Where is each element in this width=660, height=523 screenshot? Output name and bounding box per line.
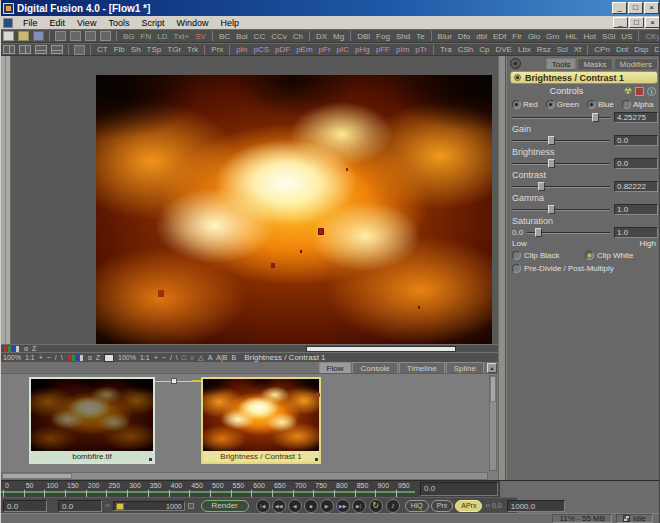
contrast-value[interactable]: 0.0 [614, 158, 658, 169]
flow-tab[interactable]: Spline [446, 362, 484, 373]
smooth-button[interactable]: ~ [160, 354, 168, 361]
node-handle[interactable] [149, 458, 152, 461]
brightness-value[interactable]: 0.0 [614, 135, 658, 146]
menu-item[interactable]: File [17, 18, 44, 28]
new-file-icon[interactable] [3, 31, 14, 41]
undo-icon[interactable] [85, 31, 96, 41]
tool-button[interactable]: Trk [184, 45, 201, 54]
tool-button[interactable]: CSh [455, 45, 477, 54]
tool-button[interactable]: pIC [334, 45, 352, 54]
tool-button[interactable]: Rsz [534, 45, 554, 54]
copy-icon[interactable] [70, 31, 81, 41]
blue-checkbox[interactable] [587, 100, 596, 109]
saturation-slider-handle[interactable] [548, 205, 555, 214]
tool-button[interactable]: Txt+ [170, 32, 192, 41]
grid-icon[interactable] [74, 45, 85, 55]
tool-button[interactable]: Te [413, 32, 427, 41]
brightness-slider[interactable] [512, 136, 610, 145]
tool-button[interactable]: pTr [412, 45, 430, 54]
flow-panel[interactable]: FlowConsoleTimelineSpline ▴ bombfire.tif… [1, 362, 498, 480]
scrollbar-thumb[interactable] [2, 473, 72, 479]
node-output-dot[interactable] [316, 393, 320, 397]
gamma-slider[interactable] [512, 182, 610, 191]
tool-button[interactable]: Fog [373, 32, 393, 41]
brightness-slider-handle[interactable] [548, 136, 555, 145]
node-thumbnail[interactable] [203, 379, 319, 451]
tool-button[interactable]: Dfo [455, 32, 473, 41]
clip-black-checkbox[interactable] [512, 251, 521, 260]
buffer-button[interactable]: A|B [214, 354, 229, 361]
node-brightness-contrast[interactable]: Brightness / Contrast 1 [201, 377, 321, 464]
tool-button[interactable]: pHg [352, 45, 373, 54]
channel-strips-icon[interactable] [68, 355, 83, 361]
save-file-icon[interactable] [33, 31, 44, 41]
transport-button[interactable]: ■ [304, 499, 318, 513]
tool-button[interactable]: TGr [164, 45, 184, 54]
step-arrows[interactable]: ‹‹ [105, 502, 110, 509]
tool-button[interactable]: Sh [128, 45, 144, 54]
zoom-level[interactable]: 100% [116, 354, 138, 361]
panel-tab[interactable]: Tools [546, 58, 577, 69]
transport-button[interactable]: ◀ [288, 499, 302, 513]
tool-button[interactable]: LD [154, 32, 170, 41]
guide-b-button[interactable]: \ [59, 354, 65, 361]
tool-button[interactable]: Scl [554, 45, 571, 54]
gain-slider[interactable] [512, 113, 610, 122]
menu-item[interactable]: Window [170, 18, 214, 28]
clip-white-checkbox[interactable] [585, 251, 594, 260]
tool-button[interactable]: CPn [591, 45, 613, 54]
shape-tool-button[interactable]: □ [180, 354, 188, 361]
redo-icon[interactable] [100, 31, 111, 41]
saturation-slider[interactable] [512, 205, 610, 214]
node-thumbnail[interactable] [31, 379, 153, 451]
ratio-button[interactable]: 1:1 [23, 354, 37, 361]
fit-button[interactable]: + [152, 354, 160, 361]
tool-button[interactable]: DX [313, 32, 330, 41]
flow-vertical-scrollbar[interactable] [489, 375, 497, 471]
tool-button[interactable]: Flb [111, 45, 128, 54]
color-swatch-icon[interactable] [635, 87, 644, 96]
range-high-value[interactable]: 1.0 [614, 227, 658, 238]
gamma-slider-handle[interactable] [538, 182, 545, 191]
clip-range-slider[interactable] [527, 228, 610, 237]
child-restore-button[interactable]: □ [629, 17, 644, 28]
tool-button[interactable]: TSp [144, 45, 165, 54]
tool-button[interactable]: Grn [543, 32, 562, 41]
minimize-button[interactable]: _ [612, 2, 627, 14]
tool-button[interactable]: pDF [272, 45, 293, 54]
transport-button[interactable]: |◀ [256, 499, 270, 513]
node-loader[interactable]: bombfire.tif [29, 377, 155, 464]
scrollbar-thumb[interactable] [490, 376, 496, 402]
shape-tool-button[interactable]: △ [196, 354, 205, 362]
tool-button[interactable]: CCv [268, 32, 290, 41]
range-end-field[interactable]: 1000.0 [507, 500, 565, 512]
viewer-image[interactable] [96, 75, 492, 344]
range-lock-toggle[interactable] [188, 503, 194, 509]
viewer-area[interactable] [11, 56, 498, 344]
node-label[interactable]: bombfire.tif [31, 451, 153, 462]
buffer-button[interactable]: A [206, 354, 215, 361]
transport-button[interactable]: ▶▶ [336, 499, 350, 513]
tool-button[interactable]: dbl [473, 32, 490, 41]
gain-value[interactable]: 4.25275 [614, 112, 658, 123]
restore-button[interactable]: □ [628, 2, 643, 14]
tool-button[interactable]: DBl [354, 32, 373, 41]
playhead-marker[interactable] [116, 503, 124, 510]
red-checkbox[interactable] [512, 100, 521, 109]
render-button[interactable]: Render [201, 500, 249, 512]
tool-button[interactable]: pEm [293, 45, 315, 54]
layout-quad-icon[interactable] [51, 45, 63, 54]
flow-tab[interactable]: Timeline [399, 362, 445, 373]
transport-button[interactable]: ▶| [352, 499, 366, 513]
tool-button[interactable]: US [618, 32, 635, 41]
lut-toggle[interactable] [104, 354, 114, 362]
tool-button[interactable]: Glo [525, 32, 543, 41]
tool-button[interactable]: pIm [393, 45, 412, 54]
transport-button[interactable]: ◀◀ [272, 499, 286, 513]
render-start-field[interactable]: 0.0 [58, 500, 102, 512]
tool-button[interactable]: Shd [393, 32, 413, 41]
menu-item[interactable]: Edit [44, 18, 72, 28]
tool-button[interactable]: Tra [437, 45, 455, 54]
tool-button[interactable]: Hot [580, 32, 598, 41]
flow-tab[interactable]: Console [352, 362, 397, 373]
